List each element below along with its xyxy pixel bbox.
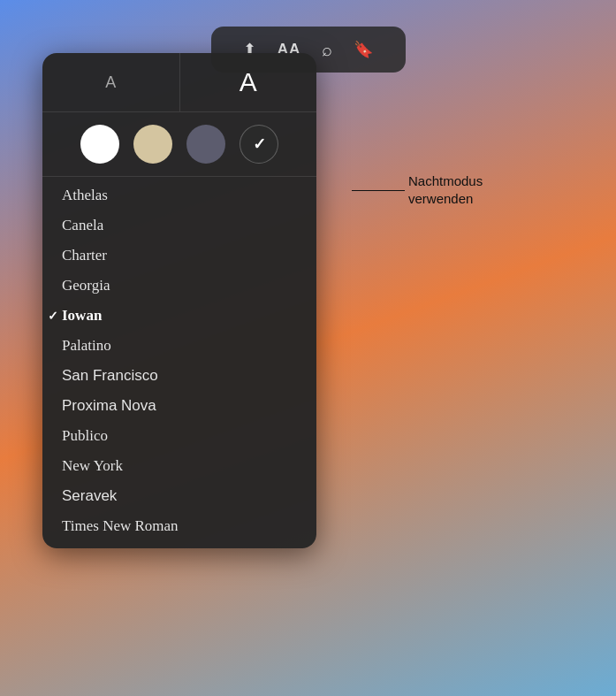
increase-font-label: A	[240, 67, 257, 97]
decrease-font-button[interactable]: A	[42, 53, 180, 111]
dark-selected-checkmark: ✓	[253, 134, 266, 154]
font-name-georgia: Georgia	[62, 277, 110, 294]
font-item-palatino[interactable]: Palatino	[42, 331, 316, 361]
font-name-palatino: Palatino	[62, 337, 111, 355]
search-icon[interactable]: ⌕	[322, 40, 332, 60]
font-item-publico[interactable]: Publico	[42, 421, 316, 451]
callout-text: Nachtmodus verwenden	[408, 172, 483, 209]
gray-theme-swatch[interactable]	[186, 125, 225, 164]
font-name-canela: Canela	[62, 217, 103, 234]
font-item-charter[interactable]: Charter	[42, 241, 316, 271]
font-name-new-york: New York	[62, 457, 123, 475]
bookmark-icon[interactable]: 🔖	[354, 40, 373, 59]
font-item-seravek[interactable]: Seravek	[42, 481, 316, 511]
font-item-new-york[interactable]: New York	[42, 451, 316, 481]
font-item-san-francisco[interactable]: San Francisco	[42, 361, 316, 391]
font-item-athelas[interactable]: Athelas	[42, 180, 316, 210]
font-item-canela[interactable]: Canela	[42, 210, 316, 241]
font-item-proxima-nova[interactable]: Proxima Nova	[42, 391, 316, 421]
font-name-proxima-nova: Proxima Nova	[62, 397, 156, 415]
white-theme-swatch[interactable]	[80, 125, 119, 164]
increase-font-button[interactable]: A	[180, 53, 317, 111]
font-item-times-new-roman[interactable]: Times New Roman	[42, 511, 316, 541]
font-name-seravek: Seravek	[62, 487, 117, 505]
callout-line	[352, 190, 405, 191]
font-size-row: A A	[42, 53, 316, 112]
font-item-georgia[interactable]: Georgia	[42, 271, 316, 301]
callout-line1: Nachtmodus	[408, 173, 483, 188]
iowan-checkmark: ✓	[48, 309, 58, 324]
callout-annotation: Nachtmodus verwenden	[352, 172, 483, 209]
font-name-iowan: Iowan	[62, 307, 102, 325]
color-swatch-row: ✓	[42, 112, 316, 177]
dark-theme-swatch[interactable]: ✓	[240, 125, 278, 164]
decrease-font-label: A	[105, 73, 116, 92]
font-name-athelas: Athelas	[62, 187, 108, 204]
beige-theme-swatch[interactable]	[133, 125, 172, 164]
font-list: Athelas Canela Charter Georgia ✓ Iowan P…	[42, 177, 316, 548]
font-name-san-francisco: San Francisco	[62, 367, 158, 385]
callout-line2: verwenden	[408, 191, 473, 206]
font-name-times-new-roman: Times New Roman	[62, 517, 179, 535]
font-settings-panel: A A ✓ Athelas Canela Charter Georgia ✓ I…	[42, 53, 316, 548]
font-name-charter: Charter	[62, 247, 107, 264]
font-name-publico: Publico	[62, 427, 108, 445]
font-item-iowan[interactable]: ✓ Iowan	[42, 301, 316, 331]
